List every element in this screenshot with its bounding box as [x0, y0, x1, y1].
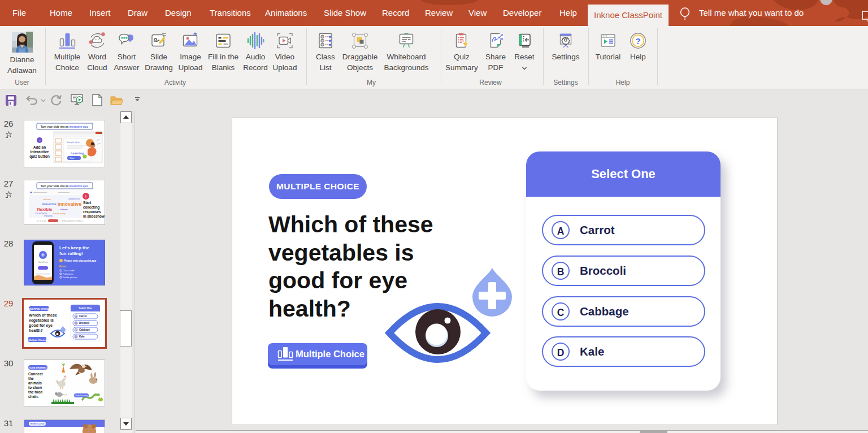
svg-text:Class code: Class code — [63, 269, 75, 272]
svg-text:Add an: Add an — [33, 145, 46, 149]
svg-text:?: ? — [635, 36, 640, 46]
svg-text:collaborative: collaborative — [68, 198, 80, 200]
svg-text:Start: Start — [70, 157, 75, 159]
svg-text:MULTIPLE CHOICE: MULTIPLE CHOICE — [29, 308, 50, 310]
svg-text:Select One: Select One — [79, 307, 92, 310]
svg-text:engaging: engaging — [44, 215, 53, 217]
svg-text:WORD CLOUD: WORD CLOUD — [30, 423, 45, 425]
svg-text:Which of these: Which of these — [29, 313, 57, 317]
svg-text:Turn your slide into an intera: Turn your slide into an interactive quiz — [41, 125, 89, 128]
svg-text:responses: responses — [83, 210, 101, 214]
svg-text:Slide Drawing: Slide Drawing — [75, 395, 88, 397]
svg-text:health?: health? — [29, 328, 43, 332]
svg-text:flexible: flexible — [37, 207, 53, 212]
svg-text:animals: animals — [28, 381, 42, 385]
svg-text:future ready: future ready — [53, 212, 65, 215]
svg-text:Cabbage: Cabbage — [79, 328, 90, 331]
svg-text:Enter:: Enter: — [59, 265, 67, 268]
svg-text:Carrot: Carrot — [79, 315, 87, 318]
svg-text:interactive: interactive — [31, 150, 49, 154]
svg-text:Learning: Learning — [71, 151, 84, 155]
svg-text:vibrant: vibrant — [60, 208, 68, 211]
svg-text:good for eye: good for eye — [29, 323, 53, 328]
svg-text:to show: to show — [28, 386, 42, 389]
svg-text:!: ! — [85, 194, 86, 198]
svg-text:Turn your slide into an intera: Turn your slide into an interactive quiz — [41, 185, 89, 188]
svg-text:ClassPoint: ClassPoint — [38, 261, 48, 263]
svg-text:vegetables is: vegetables is — [29, 318, 54, 323]
svg-text:chain.: chain. — [28, 395, 39, 399]
svg-text:Let's keep the: Let's keep the — [59, 245, 90, 250]
svg-text:the: the — [28, 376, 34, 380]
svg-text:relevant: relevant — [43, 198, 51, 201]
svg-text:Please visit classpoint.app: Please visit classpoint.app — [64, 259, 97, 262]
svg-text:Sample Quiz: Sample Quiz — [67, 141, 80, 144]
svg-text:SLIDE DRAWING: SLIDE DRAWING — [29, 367, 47, 369]
svg-text:innovative: innovative — [58, 201, 81, 207]
svg-text:fun rolling!: fun rolling! — [59, 251, 83, 256]
svg-text:Broccoli: Broccoli — [79, 322, 89, 324]
svg-text:the food: the food — [28, 390, 42, 394]
svg-text:Kale: Kale — [79, 335, 85, 338]
svg-text:quiz button: quiz button — [29, 154, 50, 159]
svg-text:Start: Start — [83, 201, 92, 205]
svg-text:Multiple Choice: Multiple Choice — [29, 339, 47, 341]
svg-text:encouraging: encouraging — [36, 212, 47, 214]
svg-text:Profile picture: Profile picture — [63, 276, 77, 279]
svg-text:Connect: Connect — [28, 372, 43, 376]
svg-text:in slideshow: in slideshow — [83, 214, 105, 218]
svg-text:Full name: Full name — [63, 272, 73, 275]
svg-text:interactive: interactive — [42, 202, 56, 206]
svg-text:collecting: collecting — [83, 205, 100, 210]
svg-text:3 Responses 0 Stars: 3 Responses 0 Stars — [62, 219, 83, 222]
svg-text:1 / 5 1:00: 1 / 5 1:00 — [37, 219, 46, 222]
